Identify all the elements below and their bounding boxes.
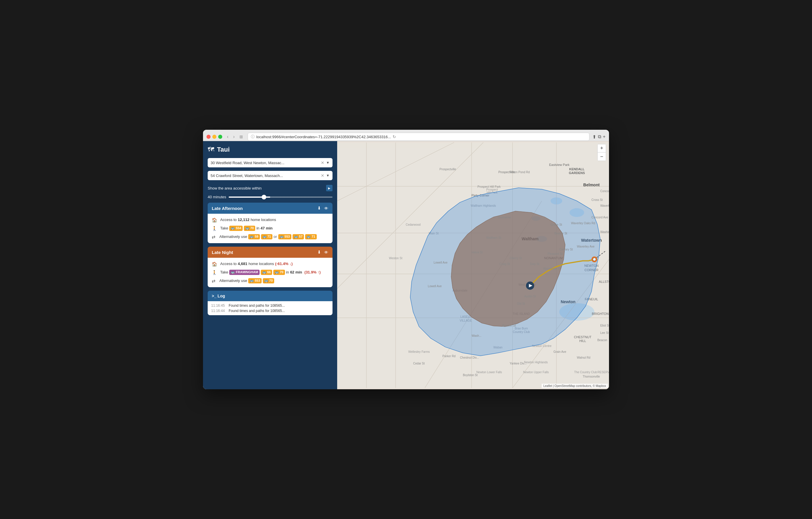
zoom-in-button[interactable]: +: [598, 144, 606, 152]
traffic-lights: [206, 135, 222, 139]
address-bar[interactable]: ⓘ localhost:9966/#centerCoordinates=-71.…: [248, 133, 589, 141]
svg-text:Washington St: Washington St: [600, 230, 609, 234]
night-access-count: 4,681: [238, 261, 247, 267]
log-time-0: 11:16:45: [211, 304, 226, 308]
svg-text:Cedarwood: Cedarwood: [406, 223, 420, 226]
svg-text:The Country Club: The Country Club: [574, 371, 597, 374]
browser-actions: ⬆ ⧉ +: [592, 134, 606, 140]
origin-clear-button[interactable]: ✕: [321, 160, 324, 165]
night-take-label: Take: [220, 270, 228, 275]
afternoon-card: Late Afternoon ⬇ 👁 🏠 Access to 12,112 ho…: [208, 203, 332, 243]
svg-text:Thomsonville: Thomsonville: [583, 375, 600, 378]
night-take-time: 62 min: [290, 270, 302, 275]
afternoon-alt-route-71b: 🚌 71: [305, 234, 316, 239]
add-tab-button[interactable]: +: [603, 134, 606, 140]
new-window-button[interactable]: ⧉: [598, 134, 601, 140]
zoom-out-button[interactable]: −: [598, 152, 606, 161]
reload-button[interactable]: ↻: [393, 134, 396, 139]
svg-text:Wellesley Farms: Wellesley Farms: [408, 350, 430, 354]
afternoon-alt-content: Alternatively use 🚌 59 🚌 71 or 🚌 553 🚌 5…: [219, 234, 328, 239]
svg-text:Totten Pond Rd: Totten Pond Rd: [510, 171, 530, 174]
map-container[interactable]: KENDALL GARDENS Eastview Park Belmont Pr…: [337, 141, 609, 389]
afternoon-download-button[interactable]: ⬇: [317, 206, 321, 211]
night-take-in: in: [286, 270, 289, 275]
night-take-content: Take 🚌 FRAMINGHAM 🚌 66 🚌 70 in 62 min (3…: [220, 270, 328, 275]
svg-text:KENDALL: KENDALL: [569, 167, 584, 171]
log-card: >_ Log 11:16:45 Found times and paths fo…: [208, 291, 332, 315]
address-bar-row: ⓘ localhost:9966/#centerCoordinates=-71.…: [248, 133, 589, 141]
svg-text:Newton Upper Falls: Newton Upper Falls: [523, 371, 549, 374]
night-card: Late Night ⬇ 👁 🏠 Access to 4,681 home lo…: [208, 247, 332, 287]
maximize-button[interactable]: [218, 135, 222, 139]
minutes-label: 40 minutes: [208, 195, 226, 199]
svg-text:Concord Ave: Concord Ave: [591, 216, 608, 219]
night-access-label: Access to: [220, 261, 236, 267]
destination-input-wrapper[interactable]: 54 Crawford Street, Watertown, Massach..…: [208, 171, 332, 180]
svg-text:Beaver St: Beaver St: [554, 232, 567, 235]
night-download-button[interactable]: ⬇: [317, 250, 321, 255]
svg-text:ALLSTON: ALLSTON: [599, 280, 609, 283]
svg-text:Lowell Ave: Lowell Ave: [428, 284, 442, 288]
origin-input-wrapper[interactable]: 30 Westfield Road, West Newton, Massac..…: [208, 158, 332, 167]
origin-expand-button[interactable]: ▼: [326, 161, 329, 165]
afternoon-take-content: Take 🚌 554 🚌 70 in 47 min: [220, 226, 328, 231]
night-access-change: (-61.4% ↓): [275, 261, 293, 267]
night-alt-route-70: 🚌 70: [263, 278, 274, 283]
afternoon-eye-button[interactable]: 👁: [324, 206, 328, 211]
svg-text:BRIGHTON: BRIGHTON: [592, 312, 609, 315]
night-title: Late Night: [212, 250, 233, 255]
svg-text:Dwy St: Dwy St: [530, 263, 539, 266]
svg-text:Beacon: Beacon: [597, 338, 607, 342]
time-slider[interactable]: [229, 196, 332, 198]
attribution-text: Leaflet | OpenStreetMap contributors, © …: [543, 384, 606, 388]
svg-text:Watertown St: Watertown St: [543, 267, 561, 270]
night-access-suffix: home locations: [249, 261, 274, 267]
svg-text:Waverley: Waverley: [600, 204, 609, 207]
svg-text:Waltham St: Waltham St: [486, 236, 501, 239]
log-title: >_ Log: [212, 294, 225, 298]
close-button[interactable]: [206, 135, 210, 139]
svg-text:Cross St: Cross St: [591, 198, 603, 202]
destination-clear-button[interactable]: ✕: [321, 173, 324, 178]
svg-text:Halva St: Halva St: [472, 251, 483, 254]
log-text-1: Found times and paths for 108565...: [229, 309, 285, 313]
svg-text:Pleasant St: Pleasant St: [548, 252, 562, 255]
play-button[interactable]: ▶: [326, 185, 332, 191]
url-text: localhost:9966/#centerCoordinates=-71.22…: [256, 135, 391, 139]
afternoon-route-554: 🚌 554: [229, 226, 242, 231]
afternoon-card-header: Late Afternoon ⬇ 👁: [208, 203, 332, 214]
svg-text:GARDENS: GARDENS: [569, 171, 585, 175]
minimize-button[interactable]: [212, 135, 216, 139]
afternoon-alt-route-59: 🚌 59: [248, 234, 260, 239]
forward-button[interactable]: ›: [231, 133, 236, 140]
svg-text:Grove St: Grove St: [551, 223, 562, 226]
tab-overview-button[interactable]: ⊞: [238, 133, 245, 140]
log-text-0: Found times and paths for 108565...: [229, 304, 285, 308]
night-eye-button[interactable]: 👁: [324, 250, 328, 255]
destination-expand-button[interactable]: ▼: [326, 174, 329, 178]
svg-text:Eliot St: Eliot St: [600, 324, 609, 327]
svg-text:Lee St: Lee St: [600, 331, 609, 334]
share-button[interactable]: ⬆: [592, 134, 596, 140]
afternoon-card-body: 🏠 Access to 12,112 home locations 🚶 Take…: [208, 214, 332, 243]
afternoon-take-in: in: [256, 226, 259, 231]
log-header: >_ Log: [208, 291, 332, 301]
afternoon-access-label: Access to: [220, 217, 236, 222]
night-transfers-icon: ⇄: [212, 278, 216, 284]
browser-top-bar: ‹ › ⊞ ⓘ localhost:9966/#centerCoordinate…: [206, 133, 606, 141]
svg-text:Wash...: Wash...: [472, 334, 482, 337]
back-button[interactable]: ‹: [225, 133, 230, 140]
night-person-icon: 🚶: [212, 270, 217, 275]
svg-text:Eastview Park: Eastview Park: [549, 163, 570, 166]
afternoon-access-row: 🏠 Access to 12,112 home locations: [212, 217, 328, 223]
night-take-change: (31.9% ↑): [304, 270, 321, 275]
svg-text:Lowell Ave: Lowell Ave: [434, 261, 448, 264]
afternoon-take-time: 47 min: [260, 226, 272, 231]
accessible-within-row: Show the area accessible within ▶: [208, 185, 332, 191]
afternoon-take-row: 🚶 Take 🚌 554 🚌 70 in 47 min: [212, 226, 328, 231]
night-alt-content: Alternatively use 🚌 553 🚌 70: [219, 278, 328, 283]
sidebar: 🗺 Taui 30 Westfield Road, West Newton, M…: [203, 141, 337, 389]
or-text: or: [273, 234, 277, 239]
afternoon-alt-row: ⇄ Alternatively use 🚌 59 🚌 71 or 🚌 553 🚌…: [212, 234, 328, 240]
svg-text:RESERVOIR: RESERVOIR: [598, 371, 609, 374]
